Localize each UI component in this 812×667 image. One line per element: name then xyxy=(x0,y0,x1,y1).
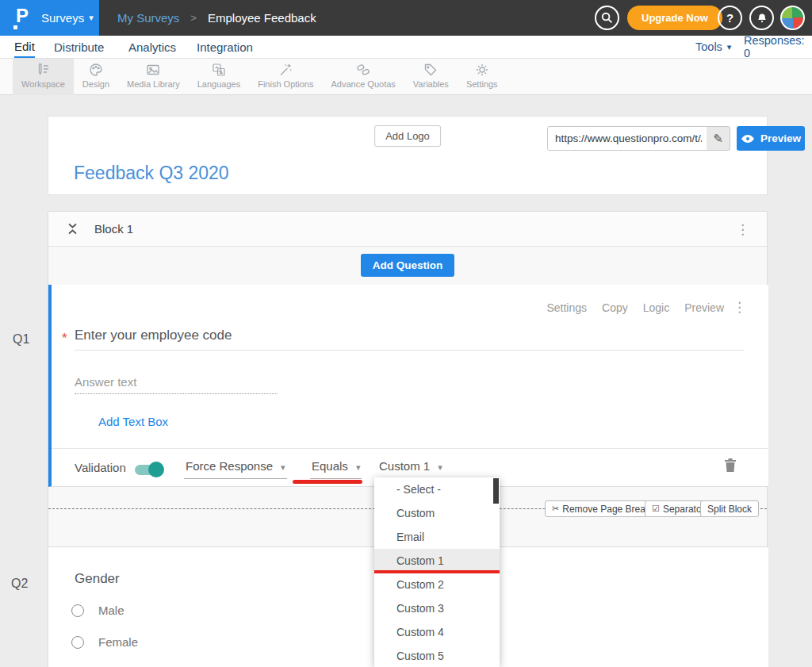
questionpro-logo-icon: P xyxy=(13,6,33,30)
edit-url-pencil-icon[interactable]: ✎ xyxy=(707,127,730,150)
top-bar: P Surveys ▾ My Surveys > Employee Feedba… xyxy=(0,0,812,36)
tab-analytics[interactable]: Analytics xyxy=(128,36,176,58)
option-female: Female xyxy=(71,635,138,649)
toolbar-variables[interactable]: Variables xyxy=(404,59,458,95)
question-actions: Settings Copy Logic Preview xyxy=(546,301,724,314)
responses-count: Responses: 0 xyxy=(744,36,812,58)
chain-links-icon xyxy=(355,62,371,78)
toolbar-finish-options[interactable]: Finish Options xyxy=(249,59,322,95)
annotation-red-underline xyxy=(374,570,500,573)
collapse-block-icon[interactable] xyxy=(67,222,79,236)
question-text-underline xyxy=(75,350,745,351)
tab-edit[interactable]: Edit xyxy=(14,36,35,58)
answer-text-input[interactable] xyxy=(75,374,278,394)
block-menu-kebab-icon[interactable]: ⋮ xyxy=(736,223,749,236)
breadcrumb-separator: > xyxy=(190,12,197,24)
validation-value-dropdown[interactable]: Custom 1▾ xyxy=(377,459,444,479)
chevron-down-icon: ▾ xyxy=(438,462,442,472)
custom-validation-dropdown-menu: - Select - Custom Email Custom 1 Custom … xyxy=(374,477,500,667)
toolbar-advance-quotas[interactable]: Advance Quotas xyxy=(322,59,404,95)
toggle-knob xyxy=(148,462,164,477)
tab-integration[interactable]: Integration xyxy=(197,36,253,58)
add-question-strip: Add Question xyxy=(48,247,767,283)
notifications-button[interactable] xyxy=(749,6,774,30)
remove-page-break-button[interactable]: ✂ Remove Page Break xyxy=(545,500,657,517)
force-response-dropdown[interactable]: Force Response▾ xyxy=(184,459,287,479)
survey-url-input[interactable] xyxy=(548,127,707,150)
validation-label: Validation xyxy=(75,461,126,474)
help-button[interactable]: ? xyxy=(718,6,742,30)
menu-item-custom-1[interactable]: Custom 1 xyxy=(374,549,500,573)
eye-icon xyxy=(741,133,755,144)
add-question-button[interactable]: Add Question xyxy=(361,254,455,277)
magic-wand-icon xyxy=(278,62,293,78)
chevron-down-icon: ▾ xyxy=(356,462,361,472)
split-block-button[interactable]: Split Block xyxy=(700,500,759,517)
toolbar-workspace[interactable]: Workspace xyxy=(13,59,74,95)
question-2-number: Q2 xyxy=(11,577,28,591)
checkbox-icon: ☑ xyxy=(652,504,660,514)
editor-toolbar: Workspace Design Media Library Languages… xyxy=(0,59,812,95)
delete-question-trash-icon[interactable] xyxy=(724,458,737,473)
image-icon xyxy=(145,62,161,78)
block-header: Block 1 ⋮ xyxy=(48,212,767,247)
radio-female[interactable] xyxy=(71,636,84,649)
breadcrumb-my-surveys[interactable]: My Surveys xyxy=(117,11,179,25)
required-asterisk: * xyxy=(62,331,67,347)
question-mark-icon: ? xyxy=(726,11,733,25)
annotation-red-underline xyxy=(293,480,362,484)
question-1-text[interactable]: Enter your employee code xyxy=(75,328,232,343)
toolbar-media-library[interactable]: Media Library xyxy=(118,59,189,95)
validation-divider xyxy=(52,448,768,449)
question-1-number: Q1 xyxy=(13,332,29,347)
add-logo-button[interactable]: Add Logo xyxy=(374,125,441,147)
breadcrumb: My Surveys > Employee Feedback xyxy=(117,0,316,36)
translate-icon xyxy=(211,62,227,78)
gear-icon xyxy=(474,62,490,78)
module-tabs: Edit Distribute Analytics Integration To… xyxy=(0,36,812,59)
radio-male[interactable] xyxy=(71,604,84,617)
workspace-icon xyxy=(35,62,51,78)
palette-icon xyxy=(88,62,104,78)
preview-button[interactable]: Preview xyxy=(737,126,805,151)
chevron-down-icon: ▾ xyxy=(281,462,285,472)
breadcrumb-current: Employee Feedback xyxy=(208,11,316,25)
menu-item-custom-5[interactable]: Custom 5 xyxy=(374,644,500,667)
avatar[interactable] xyxy=(780,6,805,30)
toolbar-languages[interactable]: Languages xyxy=(189,59,249,95)
brand-menu[interactable]: P Surveys ▾ xyxy=(0,0,99,36)
menu-item-custom-4[interactable]: Custom 4 xyxy=(374,620,500,644)
question-settings-link[interactable]: Settings xyxy=(546,301,587,314)
validation-toggle[interactable] xyxy=(135,465,162,475)
add-text-box-link[interactable]: Add Text Box xyxy=(98,415,168,428)
surveys-menu-label: Surveys xyxy=(41,11,84,25)
dropdown-scrollbar-thumb[interactable] xyxy=(493,478,499,504)
question-2-text[interactable]: Gender xyxy=(75,571,120,587)
toolbar-settings[interactable]: Settings xyxy=(458,59,507,95)
survey-title[interactable]: Feedback Q3 2020 xyxy=(74,163,229,184)
bell-icon xyxy=(756,12,768,25)
survey-url-field: ✎ xyxy=(547,126,730,151)
question-menu-kebab-icon[interactable]: ⋮ xyxy=(733,301,746,314)
menu-item-custom[interactable]: Custom xyxy=(374,501,500,525)
menu-item-select[interactable]: - Select - xyxy=(374,477,500,501)
tools-dropdown[interactable]: Tools▾ xyxy=(695,36,731,58)
menu-item-email[interactable]: Email xyxy=(374,525,500,549)
tab-distribute[interactable]: Distribute xyxy=(54,36,104,58)
option-male: Male xyxy=(71,604,124,617)
menu-item-custom-3[interactable]: Custom 3 xyxy=(374,596,500,620)
search-icon[interactable] xyxy=(595,6,619,30)
block-title[interactable]: Block 1 xyxy=(94,222,133,236)
toolbar-design[interactable]: Design xyxy=(74,59,118,95)
scissors-icon: ✂ xyxy=(552,504,559,514)
menu-item-custom-2[interactable]: Custom 2 xyxy=(374,573,500,596)
chevron-down-icon: ▾ xyxy=(727,42,732,52)
upgrade-now-button[interactable]: Upgrade Now xyxy=(627,6,722,30)
tag-icon xyxy=(423,62,439,78)
question-1-card: Settings Copy Logic Preview ⋮ * Enter yo… xyxy=(48,285,768,487)
question-logic-link[interactable]: Logic xyxy=(643,301,669,314)
chevron-down-icon: ▾ xyxy=(89,13,94,23)
question-preview-link[interactable]: Preview xyxy=(684,301,724,314)
operator-dropdown[interactable]: Equals▾ xyxy=(310,459,362,479)
question-copy-link[interactable]: Copy xyxy=(602,301,628,314)
